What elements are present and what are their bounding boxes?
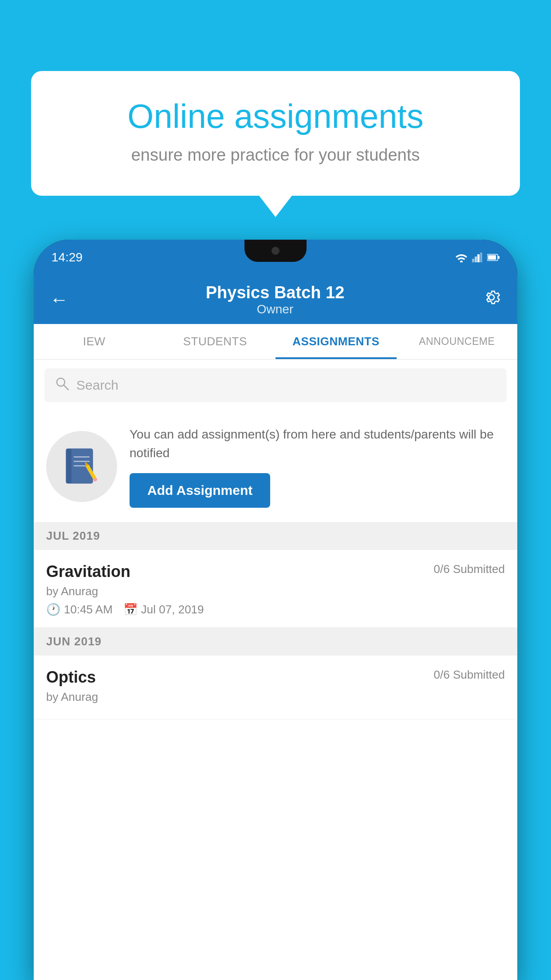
app-header: ← Physics Batch 12 Owner — [34, 275, 517, 324]
assignment-by-optics: by Anurag — [46, 690, 505, 704]
header-subtitle: Owner — [68, 302, 482, 316]
svg-rect-5 — [498, 256, 500, 259]
section-divider-jul: JUL 2019 — [34, 522, 517, 550]
bubble-title: Online assignments — [67, 98, 484, 135]
assignment-item-header: Gravitation 0/6 Submitted — [46, 562, 505, 581]
settings-icon[interactable] — [482, 288, 501, 312]
assignment-item-header-optics: Optics 0/6 Submitted — [46, 668, 505, 687]
search-bar[interactable]: Search — [44, 368, 507, 402]
add-assignment-button[interactable]: Add Assignment — [130, 473, 270, 508]
assignment-submitted: 0/6 Submitted — [434, 562, 505, 576]
status-time: 14:29 — [51, 250, 83, 265]
search-placeholder: Search — [76, 378, 118, 393]
svg-rect-3 — [480, 253, 482, 262]
svg-line-8 — [64, 385, 68, 390]
tabs-bar: IEW STUDENTS ASSIGNMENTS ANNOUNCEME — [34, 324, 517, 360]
status-bar: 14:29 — [34, 240, 517, 275]
date-value: Jul 07, 2019 — [141, 603, 204, 616]
svg-rect-11 — [74, 456, 90, 458]
assignment-item-optics[interactable]: Optics 0/6 Submitted by Anurag — [34, 656, 517, 719]
time-value: 10:45 AM — [64, 603, 113, 616]
speech-bubble-container: Online assignments ensure more practice … — [31, 71, 520, 196]
calendar-icon: 📅 — [123, 603, 138, 616]
notch — [244, 240, 307, 262]
add-assignment-desc: You can add assignment(s) from here and … — [130, 425, 505, 462]
add-assignment-right: You can add assignment(s) from here and … — [130, 425, 505, 508]
header-title: Physics Batch 12 — [68, 283, 482, 302]
speech-bubble: Online assignments ensure more practice … — [31, 71, 520, 196]
assignment-by: by Anurag — [46, 585, 505, 598]
tab-assignments[interactable]: ASSIGNMENTS — [276, 324, 397, 359]
tab-iew[interactable]: IEW — [34, 324, 155, 359]
assignment-item-gravitation[interactable]: Gravitation 0/6 Submitted by Anurag 🕐 10… — [34, 550, 517, 628]
tab-students[interactable]: STUDENTS — [155, 324, 276, 359]
section-divider-jun: JUN 2019 — [34, 628, 517, 656]
svg-rect-10 — [66, 449, 71, 483]
assignment-name-optics: Optics — [46, 668, 96, 687]
battery-icon — [487, 254, 500, 261]
wifi-icon — [455, 253, 468, 262]
clock-icon: 🕐 — [46, 603, 60, 616]
svg-rect-1 — [475, 257, 477, 262]
content-area: Search — [34, 360, 517, 980]
signal-icon — [472, 253, 483, 262]
assignment-name: Gravitation — [46, 562, 130, 581]
svg-rect-0 — [472, 259, 474, 262]
tab-announcements[interactable]: ANNOUNCEME — [397, 324, 518, 359]
back-button[interactable]: ← — [50, 289, 68, 310]
camera-dot — [272, 247, 279, 255]
notebook-icon — [64, 447, 99, 486]
assignment-datetime: 🕐 10:45 AM 📅 Jul 07, 2019 — [46, 603, 505, 616]
assignment-submitted-optics: 0/6 Submitted — [434, 668, 505, 682]
status-icons — [455, 253, 500, 262]
svg-rect-6 — [488, 255, 496, 260]
search-icon — [55, 376, 69, 394]
header-center: Physics Batch 12 Owner — [68, 283, 482, 316]
search-container: Search — [34, 360, 517, 411]
add-assignment-section: You can add assignment(s) from here and … — [34, 411, 517, 522]
datetime-time: 🕐 10:45 AM — [46, 603, 113, 616]
bubble-subtitle: ensure more practice for your students — [67, 146, 484, 165]
assignment-icon-circle — [46, 431, 117, 502]
phone-frame: 14:29 ← Physi — [34, 240, 517, 980]
datetime-date: 📅 Jul 07, 2019 — [123, 603, 204, 616]
svg-rect-12 — [74, 461, 90, 462]
svg-rect-2 — [477, 254, 480, 262]
